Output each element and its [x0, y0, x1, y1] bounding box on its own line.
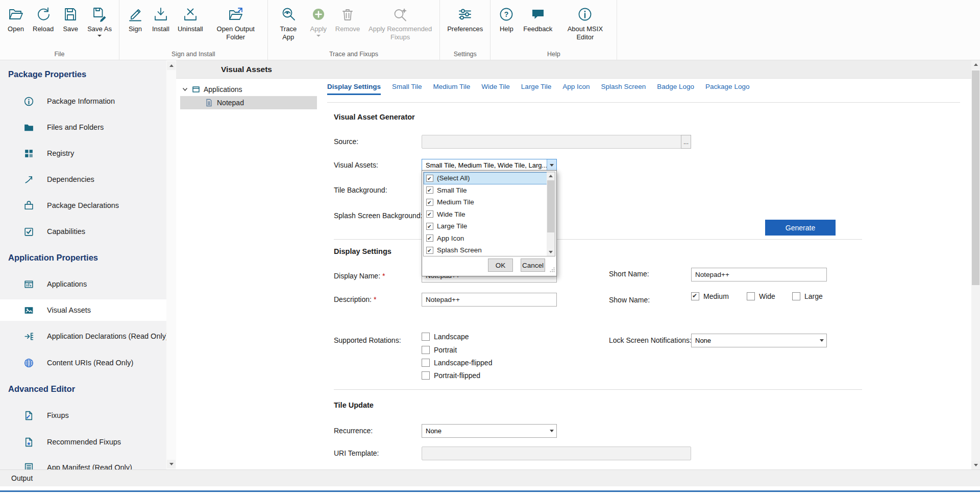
- open-output-folder-button[interactable]: Open Output Folder: [207, 4, 264, 43]
- ok-button[interactable]: OK: [488, 259, 513, 272]
- dropdown-item-wide-tile[interactable]: Wide Tile: [424, 208, 547, 221]
- dropdown-item-small-tile[interactable]: Small Tile: [424, 184, 547, 197]
- dropdown-item-app-icon[interactable]: App Icon: [424, 232, 547, 245]
- sign-button[interactable]: Sign: [122, 4, 148, 34]
- sidebar-item-files-and-folders[interactable]: Files and Folders: [0, 116, 166, 138]
- source-browse-button[interactable]: ...: [681, 135, 691, 149]
- save-as-dropdown-caret-icon[interactable]: [97, 35, 102, 37]
- lock-screen-notifications-select[interactable]: None: [691, 334, 827, 347]
- apply-button[interactable]: Apply: [306, 4, 331, 38]
- tree-node-applications[interactable]: Applications: [182, 83, 242, 96]
- tab-package-logo[interactable]: Package Logo: [705, 83, 749, 95]
- checkbox-icon[interactable]: [792, 292, 800, 300]
- sidebar-item-application-declarations[interactable]: Application Declarations (Read Only): [0, 325, 166, 347]
- output-statusbar[interactable]: Output: [0, 469, 980, 486]
- dropdown-item-select-all[interactable]: (Select All): [424, 172, 547, 184]
- checkbox-icon[interactable]: [426, 186, 433, 194]
- settings-scrollbar-thumb[interactable]: [972, 71, 979, 285]
- uri-template-input[interactable]: [422, 447, 691, 460]
- settings-scroll-down-button[interactable]: [971, 461, 980, 469]
- tab-medium-tile[interactable]: Medium Tile: [433, 83, 471, 95]
- sidebar-item-package-declarations[interactable]: Package Declarations: [0, 195, 166, 216]
- tab-small-tile[interactable]: Small Tile: [392, 83, 422, 95]
- sidebar-item-recommended-fixups[interactable]: Recommended Fixups: [0, 431, 166, 453]
- show-name-wide-checkbox[interactable]: Wide: [747, 292, 775, 300]
- tab-wide-tile[interactable]: Wide Tile: [481, 83, 510, 95]
- checkbox-icon[interactable]: [422, 371, 430, 380]
- sidebar-scroll-down-button[interactable]: [167, 460, 176, 468]
- sidebar-item-package-information[interactable]: Package Information: [0, 90, 166, 112]
- dropdown-item-large-tile[interactable]: Large Tile: [424, 220, 547, 232]
- tab-splash-screen[interactable]: Splash Screen: [601, 83, 646, 95]
- combobox-dropdown-button[interactable]: [547, 159, 556, 171]
- rotation-landscape-checkbox[interactable]: Landscape: [422, 333, 469, 341]
- uninstall-button[interactable]: Uninstall: [174, 4, 207, 34]
- checkbox-icon[interactable]: [426, 223, 433, 230]
- checkbox-icon[interactable]: [422, 359, 430, 367]
- checkbox-icon[interactable]: [422, 333, 430, 341]
- install-button[interactable]: Install: [148, 4, 174, 34]
- settings-scroll-up-button[interactable]: [971, 60, 980, 69]
- checkbox-icon[interactable]: [426, 199, 433, 206]
- chevron-down-icon[interactable]: [182, 87, 188, 92]
- feedback-button[interactable]: Feedback: [519, 4, 556, 34]
- checkbox-icon[interactable]: [422, 346, 430, 354]
- apply-dropdown-caret-icon[interactable]: [316, 35, 321, 37]
- cancel-button[interactable]: Cancel: [521, 259, 545, 272]
- save-as-button[interactable]: Save As: [83, 4, 116, 38]
- short-name-input[interactable]: Notepad++: [691, 268, 827, 281]
- sidebar-item-registry[interactable]: Registry: [0, 143, 166, 164]
- save-button[interactable]: Save: [58, 4, 83, 34]
- show-name-medium-checkbox[interactable]: Medium: [691, 292, 729, 300]
- visual-assets-combobox[interactable]: Small Tile, Medium Tile, Wide Tile, Larg…: [422, 159, 557, 171]
- settings-scrollbar[interactable]: [971, 60, 980, 469]
- checkbox-icon[interactable]: [747, 292, 755, 300]
- sidebar-item-applications[interactable]: Applications: [0, 273, 166, 295]
- combobox-dropdown-button[interactable]: [547, 425, 556, 437]
- sidebar-item-visual-assets[interactable]: Visual Assets: [0, 299, 166, 321]
- checkbox-icon[interactable]: [426, 247, 433, 254]
- rotation-portrait-flipped-checkbox[interactable]: Portrait-flipped: [422, 371, 480, 380]
- combobox-dropdown-button[interactable]: [817, 334, 826, 347]
- preferences-button[interactable]: Preferences: [443, 4, 487, 34]
- scroll-down-arrow-icon: [169, 463, 174, 465]
- tab-badge-logo[interactable]: Badge Logo: [657, 83, 694, 95]
- checkbox-icon[interactable]: [426, 234, 433, 242]
- tab-app-icon[interactable]: App Icon: [562, 83, 590, 95]
- sidebar-item-fixups[interactable]: Fixups: [0, 405, 166, 426]
- sidebar-item-app-manifest[interactable]: App Manifest (Read Only): [0, 457, 166, 469]
- show-name-large-checkbox[interactable]: Large: [792, 292, 823, 300]
- dropdown-item-medium-tile[interactable]: Medium Tile: [424, 196, 547, 208]
- tab-display-settings[interactable]: Display Settings: [327, 83, 381, 95]
- sidebar-scroll-up-button[interactable]: [167, 61, 176, 70]
- tree-node-notepad[interactable]: Notepad: [205, 96, 244, 109]
- checkbox-icon[interactable]: [426, 210, 433, 218]
- help-button[interactable]: ? Help: [494, 4, 519, 34]
- sidebar-item-content-uris[interactable]: Content URIs (Read Only): [0, 352, 166, 373]
- resize-grip-icon[interactable]: [549, 266, 555, 275]
- source-input[interactable]: [422, 135, 681, 149]
- trace-app-button[interactable]: Trace App: [271, 4, 306, 43]
- checkbox-icon[interactable]: [426, 175, 433, 182]
- dropdown-scroll-up-button[interactable]: [547, 172, 555, 180]
- remove-button[interactable]: Remove: [331, 4, 364, 34]
- tab-large-tile[interactable]: Large Tile: [521, 83, 551, 95]
- sidebar-item-dependencies[interactable]: Dependencies: [0, 169, 166, 190]
- dropdown-scroll-down-button[interactable]: [547, 248, 555, 256]
- checkbox-icon[interactable]: [691, 292, 699, 300]
- generate-button[interactable]: Generate: [765, 220, 836, 236]
- dropdown-scrollbar-thumb[interactable]: [547, 180, 554, 232]
- rotation-landscape-flipped-checkbox[interactable]: Landscape-flipped: [422, 359, 492, 367]
- sidebar-item-capabilities[interactable]: Capabilities: [0, 221, 166, 242]
- recurrence-select[interactable]: None: [422, 424, 557, 438]
- apply-recommended-fixups-button[interactable]: Apply Recommended Fixups: [364, 4, 436, 43]
- page-title: Visual Assets: [176, 65, 272, 74]
- sidebar-scrollbar[interactable]: [166, 60, 176, 469]
- open-button[interactable]: Open: [3, 4, 29, 34]
- rotation-portrait-checkbox[interactable]: Portrait: [422, 346, 457, 354]
- dropdown-scrollbar[interactable]: [547, 172, 555, 256]
- description-input[interactable]: Notepad++: [422, 293, 557, 307]
- dropdown-item-splash-screen[interactable]: Splash Screen: [424, 244, 547, 256]
- about-msix-editor-button[interactable]: About MSIX Editor: [556, 4, 614, 43]
- reload-button[interactable]: Reload: [29, 4, 58, 34]
